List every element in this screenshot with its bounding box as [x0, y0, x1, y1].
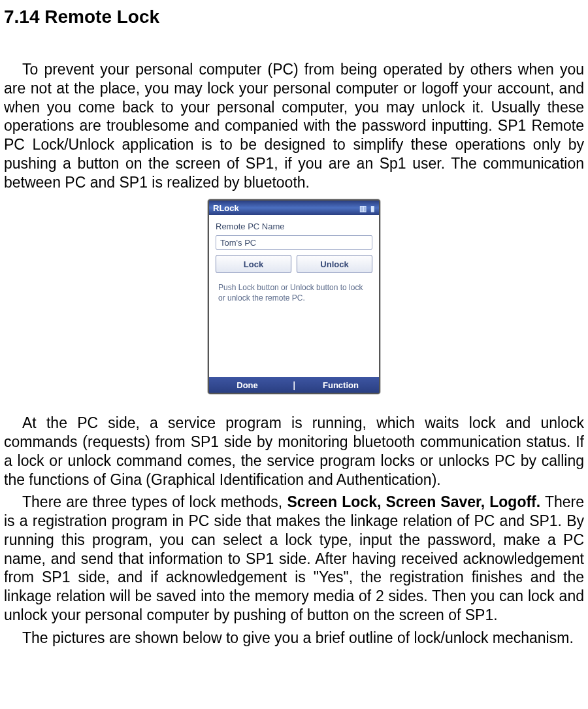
paragraph-pictures: The pictures are shown below to give you…: [4, 629, 584, 648]
app-title: RLock: [213, 203, 239, 213]
instruction-text: Push Lock button or Unlock button to loc…: [216, 282, 372, 303]
paragraph-pc-side: At the PC side, a service program is run…: [4, 414, 584, 489]
lock-methods-names: Screen Lock, Screen Saver, Logoff.: [287, 493, 540, 510]
section-heading: 7.14 Remote Lock: [4, 7, 584, 27]
para3-part-c: There is a registration program in PC si…: [4, 493, 584, 623]
battery-icon: ▥: [359, 204, 367, 213]
device-footer: Done ∣ Function: [209, 377, 379, 393]
paragraph-lock-methods: There are three types of lock methods, S…: [4, 493, 584, 624]
unlock-button[interactable]: Unlock: [297, 255, 372, 273]
function-softkey[interactable]: Function: [302, 380, 379, 390]
done-softkey[interactable]: Done: [209, 380, 286, 390]
pc-name-input[interactable]: [216, 235, 372, 250]
paragraph-intro: To prevent your personal computer (PC) f…: [4, 60, 584, 191]
device-mockup: RLock ▥ ▮ Remote PC Name Lock Unlock Pus…: [208, 199, 380, 394]
para3-part-a: There are three types of lock methods,: [22, 493, 287, 510]
center-softkey-icon[interactable]: ∣: [286, 380, 302, 390]
lock-button[interactable]: Lock: [216, 255, 291, 273]
signal-icon: ▮: [370, 204, 375, 213]
device-titlebar: RLock ▥ ▮: [209, 201, 379, 215]
pc-name-label: Remote PC Name: [216, 222, 372, 231]
